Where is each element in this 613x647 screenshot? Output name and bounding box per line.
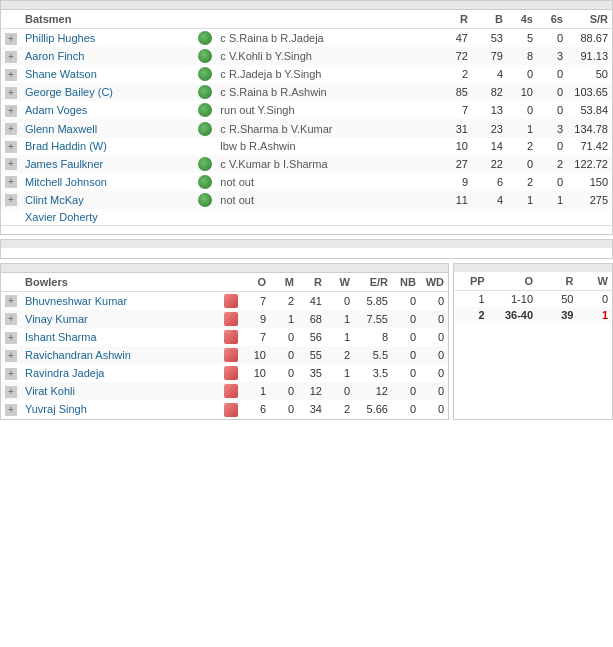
runs: 9 xyxy=(437,173,472,191)
econ: 5.85 xyxy=(354,291,392,310)
bcol-o: O xyxy=(242,273,270,292)
runs: 41 xyxy=(298,291,326,310)
plus-icon[interactable]: + xyxy=(5,105,17,117)
expand-btn[interactable]: + xyxy=(1,138,21,155)
expand-btn[interactable]: + xyxy=(1,65,21,83)
runs xyxy=(437,209,472,225)
sixes: 0 xyxy=(537,138,567,155)
plus-icon[interactable]: + xyxy=(5,87,17,99)
expand-btn[interactable]: + xyxy=(1,364,21,382)
wd: 0 xyxy=(420,364,448,382)
bowling-row: + Vinay Kumar 9 1 68 1 7.55 0 0 xyxy=(1,310,448,328)
expand-btn[interactable]: + xyxy=(1,101,21,119)
plus-icon[interactable]: + xyxy=(5,176,17,188)
batsman-icon xyxy=(194,138,216,155)
batting-table: Batsmen R B 4s 6s S/R + Phillip Hughes c… xyxy=(1,10,612,225)
expand-btn[interactable]: + xyxy=(1,47,21,65)
econ: 7.55 xyxy=(354,310,392,328)
maidens: 0 xyxy=(270,346,298,364)
wd: 0 xyxy=(420,310,448,328)
batsman-icon xyxy=(194,155,216,173)
plus-icon[interactable]: + xyxy=(5,313,17,325)
fours: 10 xyxy=(507,83,537,101)
runs: 12 xyxy=(298,382,326,400)
bowler-name: Vinay Kumar xyxy=(21,310,220,328)
pp-col-o: O xyxy=(489,272,537,291)
plus-icon[interactable]: + xyxy=(5,350,17,362)
pp-col-pp: PP xyxy=(454,272,489,291)
bowling-row: + Ravindra Jadeja 10 0 35 1 3.5 0 0 xyxy=(1,364,448,382)
cricket-ball-icon xyxy=(198,31,212,45)
expand-btn[interactable]: + xyxy=(1,328,21,346)
plus-icon[interactable]: + xyxy=(5,194,17,206)
nb: 0 xyxy=(392,400,420,418)
plus-icon[interactable]: + xyxy=(5,404,17,416)
plus-icon[interactable]: + xyxy=(5,158,17,170)
expand-btn[interactable]: + xyxy=(1,310,21,328)
col-icon xyxy=(194,10,216,29)
econ: 8 xyxy=(354,328,392,346)
plus-icon[interactable]: + xyxy=(5,33,17,45)
fours xyxy=(507,209,537,225)
batsman-icon xyxy=(194,47,216,65)
plus-icon[interactable]: + xyxy=(5,69,17,81)
bowling-row: + Bhuvneshwar Kumar 7 2 41 0 5.85 0 0 xyxy=(1,291,448,310)
expand-btn[interactable]: + xyxy=(1,291,21,310)
bowler-icon xyxy=(220,382,242,400)
expand-btn[interactable]: + xyxy=(1,400,21,418)
plus-icon[interactable]: + xyxy=(5,295,17,307)
cricket-ball-icon xyxy=(198,103,212,117)
expand-btn[interactable]: + xyxy=(1,29,21,48)
batsman-name: James Faulkner xyxy=(21,155,194,173)
balls: 6 xyxy=(472,173,507,191)
plus-icon[interactable]: + xyxy=(5,141,17,153)
sixes: 0 xyxy=(537,29,567,48)
fow-header xyxy=(1,240,612,248)
bowler-icon xyxy=(220,291,242,310)
chart-icon xyxy=(224,366,238,380)
expand-btn[interactable] xyxy=(1,209,21,225)
bowler-icon xyxy=(220,400,242,418)
cricket-ball-icon xyxy=(198,193,212,207)
batsman-name: Mitchell Johnson xyxy=(21,173,194,191)
balls: 22 xyxy=(472,155,507,173)
sixes: 0 xyxy=(537,101,567,119)
expand-btn[interactable]: + xyxy=(1,346,21,364)
plus-icon[interactable]: + xyxy=(5,368,17,380)
expand-btn[interactable]: + xyxy=(1,119,21,137)
sixes: 1 xyxy=(537,191,567,209)
cricket-ball-icon xyxy=(198,175,212,189)
maidens: 2 xyxy=(270,291,298,310)
bcol-r: R xyxy=(298,273,326,292)
plus-icon[interactable]: + xyxy=(5,51,17,63)
dismissal-text: c R.Sharma b V.Kumar xyxy=(216,119,437,137)
fow-section xyxy=(0,239,613,259)
balls: 53 xyxy=(472,29,507,48)
bowler-icon xyxy=(220,364,242,382)
sr: 134.78 xyxy=(567,119,612,137)
bcol-plus xyxy=(1,273,21,292)
pp-runs: 39 xyxy=(537,307,577,323)
dismissal-text: not out xyxy=(216,191,437,209)
batting-row: + Shane Watson c R.Jadeja b Y.Singh 2 4 … xyxy=(1,65,612,83)
bowling-row: + Ishant Sharma 7 0 56 1 8 0 0 xyxy=(1,328,448,346)
runs: 35 xyxy=(298,364,326,382)
sr: 103.65 xyxy=(567,83,612,101)
plus-icon[interactable]: + xyxy=(5,386,17,398)
bcol-w: W xyxy=(326,273,354,292)
pp-row: 2 36-40 39 1 xyxy=(454,307,612,323)
overs: 7 xyxy=(242,328,270,346)
plus-icon[interactable]: + xyxy=(5,332,17,344)
wd: 0 xyxy=(420,328,448,346)
expand-btn[interactable]: + xyxy=(1,155,21,173)
batsman-icon xyxy=(194,209,216,225)
expand-btn[interactable]: + xyxy=(1,382,21,400)
expand-btn[interactable]: + xyxy=(1,191,21,209)
sr: 275 xyxy=(567,191,612,209)
bowler-icon xyxy=(220,346,242,364)
plus-icon[interactable]: + xyxy=(5,123,17,135)
nb: 0 xyxy=(392,291,420,310)
expand-btn[interactable]: + xyxy=(1,173,21,191)
runs: 7 xyxy=(437,101,472,119)
expand-btn[interactable]: + xyxy=(1,83,21,101)
